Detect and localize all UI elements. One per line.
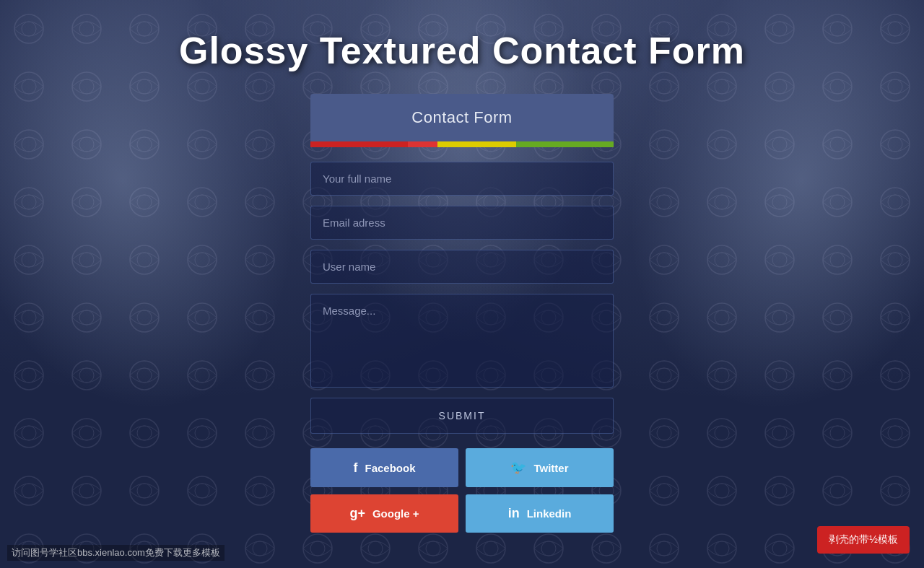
color-bar-green — [516, 141, 614, 147]
social-row-1: f Facebook 🐦 Twitter — [310, 448, 614, 487]
form-header-title: Contact Form — [411, 108, 512, 126]
linkedin-label: Linkedin — [527, 507, 572, 520]
submit-button[interactable]: SUBMIT — [310, 398, 614, 434]
social-buttons: f Facebook 🐦 Twitter g+ Google + in — [310, 448, 614, 533]
social-row-2: g+ Google + in Linkedin — [310, 494, 614, 533]
page-container: Glossy Textured Contact Form Contact For… — [0, 0, 924, 540]
watermark: 访问图号学社区bbs.xienlao.com免费下载更多模板 — [7, 545, 225, 561]
color-bar-red-mid — [408, 141, 437, 147]
corner-badge: 剥壳的带½模板 — [817, 526, 910, 554]
google-plus-button[interactable]: g+ Google + — [310, 494, 458, 533]
twitter-button[interactable]: 🐦 Twitter — [466, 448, 614, 487]
color-bar-yellow — [437, 141, 515, 147]
twitter-icon: 🐦 — [510, 460, 526, 476]
linkedin-button[interactable]: in Linkedin — [466, 494, 614, 533]
form-card: Contact Form SUBMIT f Facebook — [310, 94, 614, 540]
form-color-bar — [310, 141, 614, 147]
twitter-label: Twitter — [533, 462, 568, 474]
email-input[interactable] — [310, 206, 614, 240]
message-input[interactable] — [310, 294, 614, 388]
facebook-button[interactable]: f Facebook — [310, 448, 458, 487]
full-name-input[interactable] — [310, 162, 614, 196]
username-input[interactable] — [310, 250, 614, 284]
google-plus-icon: g+ — [349, 506, 365, 521]
form-body: SUBMIT f Facebook 🐦 Twitter g+ Google — [310, 147, 614, 540]
color-bar-red — [310, 141, 408, 147]
facebook-icon: f — [353, 460, 357, 476]
linkedin-icon: in — [508, 506, 520, 521]
page-title: Glossy Textured Contact Form — [179, 29, 745, 72]
google-plus-label: Google + — [372, 507, 419, 520]
form-header: Contact Form — [310, 94, 614, 141]
facebook-label: Facebook — [365, 462, 415, 474]
